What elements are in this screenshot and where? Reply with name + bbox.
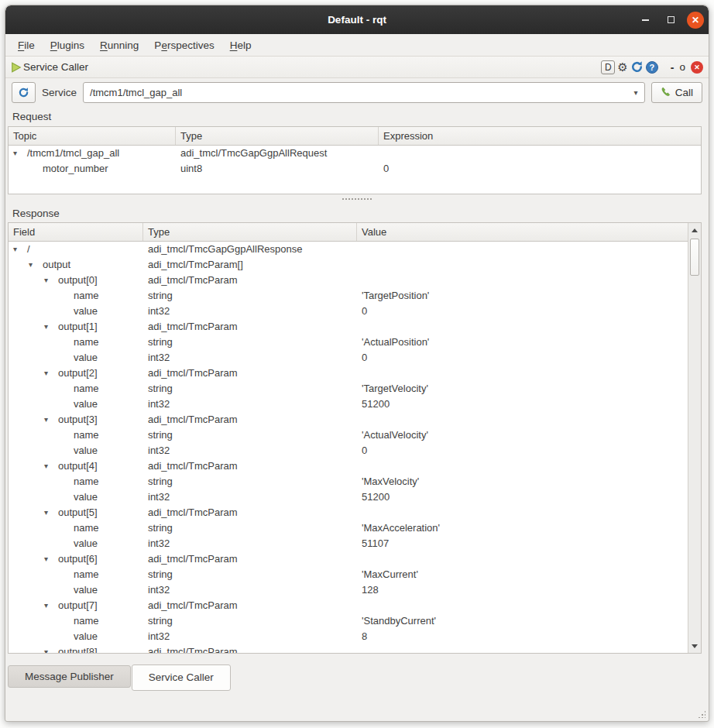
- plugin-minimize-button[interactable]: -: [669, 61, 676, 74]
- table-row[interactable]: namestring'TargetPosition': [9, 288, 688, 304]
- type-cell: string: [143, 428, 357, 443]
- request-label: Request: [5, 111, 51, 122]
- minimize-icon: [642, 19, 649, 21]
- field-cell: value: [74, 582, 98, 598]
- column-header[interactable]: Expression: [379, 127, 701, 145]
- expander-icon[interactable]: ▾: [12, 146, 27, 161]
- table-row[interactable]: ▾output[2]adi_tmcl/TmcParam: [9, 366, 688, 381]
- expander-icon[interactable]: ▾: [43, 366, 58, 381]
- field-cell: name: [74, 613, 99, 629]
- refresh-services-button[interactable]: [12, 82, 36, 103]
- gear-icon[interactable]: ⚙: [617, 61, 627, 73]
- reload-icon[interactable]: [630, 60, 644, 74]
- chevron-down-icon[interactable]: ▾: [627, 88, 644, 97]
- value-cell: 'MaxAcceleration': [357, 520, 688, 536]
- table-row[interactable]: namestring'TargetVelocity': [9, 381, 688, 397]
- table-row[interactable]: ▾/adi_tmcl/TmcGapGgpAllResponse: [9, 242, 688, 257]
- expander-icon[interactable]: ▾: [43, 598, 58, 613]
- menu-item-plugins[interactable]: Plugins: [43, 36, 92, 54]
- dock-button[interactable]: D: [601, 60, 615, 74]
- table-row[interactable]: ▾output[1]adi_tmcl/TmcParam: [9, 319, 688, 335]
- table-row[interactable]: valueint3251200: [9, 397, 688, 412]
- value-cell: [357, 505, 688, 520]
- field-cell: output[5]: [58, 505, 98, 520]
- table-row[interactable]: namestring'ActualPosition': [9, 335, 688, 350]
- table-row[interactable]: namestring'MaxCurrent': [9, 567, 688, 582]
- type-cell: string: [143, 613, 357, 629]
- table-row[interactable]: namestring'StandbyCurrent': [9, 613, 688, 629]
- value-cell: [357, 551, 688, 567]
- expander-icon[interactable]: ▾: [12, 242, 27, 257]
- table-row[interactable]: valueint328: [9, 629, 688, 644]
- table-row[interactable]: ▾output[7]adi_tmcl/TmcParam: [9, 598, 688, 613]
- table-row[interactable]: ▾output[5]adi_tmcl/TmcParam: [9, 505, 688, 520]
- field-cell: name: [74, 567, 99, 582]
- table-row[interactable]: valueint3251200: [9, 489, 688, 505]
- menu-item-running[interactable]: Running: [92, 36, 146, 54]
- table-row[interactable]: motor_numberuint80: [9, 161, 701, 177]
- close-button[interactable]: ✕: [687, 12, 704, 29]
- tab-message-publisher[interactable]: Message Publisher: [8, 665, 131, 688]
- vertical-scrollbar[interactable]: [688, 223, 701, 653]
- expander-icon[interactable]: ▾: [43, 551, 58, 567]
- table-row[interactable]: ▾output[4]adi_tmcl/TmcParam: [9, 458, 688, 474]
- service-combobox[interactable]: ▾: [83, 82, 645, 103]
- call-button[interactable]: Call: [651, 82, 702, 103]
- value-cell: 'MaxCurrent': [357, 567, 688, 582]
- value-cell: 128: [357, 582, 688, 598]
- window-titlebar[interactable]: Default - rqt ✕: [5, 5, 709, 34]
- value-cell: 'MaxVelocity': [357, 474, 688, 489]
- value-cell: 'ActualPosition': [357, 335, 688, 350]
- value-cell: [357, 366, 688, 381]
- plugin-toolbar-icons: D ⚙ ? - o ✕: [601, 60, 703, 74]
- column-header[interactable]: Type: [176, 127, 379, 145]
- expander-icon[interactable]: ▾: [43, 412, 58, 428]
- type-cell: string: [143, 288, 357, 304]
- column-header[interactable]: Field: [9, 223, 143, 241]
- table-row[interactable]: ▾output[8]adi_tmcl/TmcParam: [9, 644, 688, 653]
- expander-icon[interactable]: ▾: [43, 273, 58, 288]
- table-row[interactable]: valueint320: [9, 443, 688, 458]
- column-header[interactable]: Topic: [9, 127, 176, 145]
- scrollbar-thumb[interactable]: [690, 239, 699, 276]
- expander-icon[interactable]: ▾: [27, 257, 43, 273]
- type-cell: adi_tmcl/TmcGapGgpAllRequest: [176, 146, 379, 161]
- table-row[interactable]: ▾/tmcm1/tmcl_gap_alladi_tmcl/TmcGapGgpAl…: [9, 146, 701, 161]
- plugin-float-button[interactable]: o: [678, 61, 687, 73]
- value-cell: 'StandbyCurrent': [357, 613, 688, 629]
- type-cell: adi_tmcl/TmcParam: [143, 551, 357, 567]
- menu-item-help[interactable]: Help: [222, 36, 259, 54]
- minimize-button[interactable]: [636, 11, 654, 29]
- type-cell: adi_tmcl/TmcParam: [143, 273, 357, 288]
- table-row[interactable]: namestring'ActualVelocity': [9, 428, 688, 443]
- expander-icon[interactable]: ▾: [43, 644, 58, 653]
- scroll-down-button[interactable]: [688, 640, 701, 652]
- maximize-button[interactable]: [661, 11, 680, 29]
- expander-icon[interactable]: ▾: [43, 458, 58, 474]
- table-row[interactable]: valueint320: [9, 304, 688, 319]
- column-header[interactable]: Type: [143, 223, 357, 241]
- table-row[interactable]: valueint32128: [9, 582, 688, 598]
- table-row[interactable]: valueint3251107: [9, 536, 688, 551]
- table-row[interactable]: ▾output[6]adi_tmcl/TmcParam: [9, 551, 688, 567]
- tab-service-caller[interactable]: Service Caller: [132, 664, 231, 691]
- table-row[interactable]: ▾output[3]adi_tmcl/TmcParam: [9, 412, 688, 428]
- expander-icon[interactable]: ▾: [43, 505, 58, 520]
- menu-item-file[interactable]: File: [10, 36, 43, 54]
- scroll-up-button[interactable]: [688, 224, 701, 236]
- expander-icon[interactable]: ▾: [43, 319, 58, 335]
- column-header[interactable]: Value: [357, 223, 688, 241]
- table-row[interactable]: valueint320: [9, 350, 688, 366]
- resize-grip-icon[interactable]: [698, 710, 705, 718]
- table-row[interactable]: namestring'MaxAcceleration': [9, 520, 688, 536]
- table-row[interactable]: ▾output[0]adi_tmcl/TmcParam: [9, 273, 688, 288]
- field-cell: value: [74, 489, 98, 505]
- plugin-close-button[interactable]: ✕: [691, 61, 703, 74]
- help-icon[interactable]: ?: [646, 61, 658, 74]
- splitter-handle[interactable]: [5, 194, 709, 204]
- table-row[interactable]: ▾outputadi_tmcl/TmcParam[]: [9, 257, 688, 273]
- table-row[interactable]: namestring'MaxVelocity': [9, 474, 688, 489]
- service-input[interactable]: [84, 87, 627, 98]
- menu-item-perspectives[interactable]: Perspectives: [146, 36, 221, 54]
- type-cell: int32: [143, 489, 357, 505]
